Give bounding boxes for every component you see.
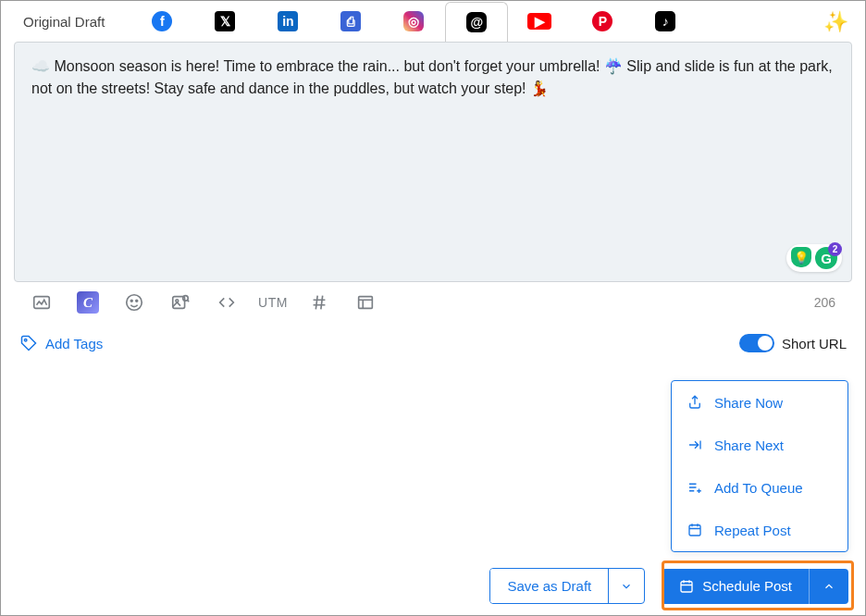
x-icon: 𝕏 xyxy=(215,11,235,31)
ai-sparkle-icon[interactable]: ✨ xyxy=(823,10,848,34)
grammarly-lamp-icon: 💡 xyxy=(791,247,811,267)
post-editor[interactable]: ☁️ Monsoon season is here! Time to embra… xyxy=(14,42,852,282)
threads-icon: @ xyxy=(466,12,487,32)
grammarly-icon: G 2 xyxy=(815,247,837,269)
menu-label: Repeat Post xyxy=(714,523,791,538)
short-url-label: Short URL xyxy=(782,336,847,351)
tiktok-icon: ♪ xyxy=(655,11,675,31)
pinterest-icon: P xyxy=(592,11,612,31)
grammarly-count: 2 xyxy=(828,242,842,256)
chevron-down-icon xyxy=(620,580,633,593)
add-tags-button[interactable]: Add Tags xyxy=(19,334,103,352)
platform-tabs: f 𝕏 in ⎙ ◎ @ ▶ P ♪ xyxy=(130,1,697,42)
platform-tab-row: Original Draft f 𝕏 in ⎙ ◎ @ ▶ P ♪ ✨ xyxy=(1,1,865,42)
schedule-dropdown-toggle[interactable] xyxy=(809,569,848,604)
tags-row: Add Tags Short URL xyxy=(1,321,865,365)
schedule-dropdown-menu: Share Now Share Next Add To Queue Repeat… xyxy=(671,380,848,552)
tag-icon xyxy=(19,334,38,352)
grammarly-badge[interactable]: 💡 G 2 xyxy=(786,244,842,272)
schedule-group: Schedule Post xyxy=(662,569,848,604)
arrow-right-stop-icon xyxy=(687,437,703,453)
short-url-toggle-group: Short URL xyxy=(739,334,847,352)
tab-facebook[interactable]: f xyxy=(130,1,193,42)
svg-point-8 xyxy=(24,339,27,341)
tab-gmb[interactable]: ⎙ xyxy=(319,1,382,42)
save-draft-group: Save as Draft xyxy=(489,568,645,604)
hashtag-icon[interactable] xyxy=(308,291,330,314)
tab-youtube[interactable]: ▶ xyxy=(508,1,571,42)
tab-pinterest[interactable]: P xyxy=(571,1,634,42)
svg-rect-0 xyxy=(34,297,50,309)
save-draft-dropdown[interactable] xyxy=(608,569,644,603)
menu-share-next[interactable]: Share Next xyxy=(672,424,847,466)
editor-wrap: ☁️ Monsoon season is here! Time to embra… xyxy=(14,42,852,321)
share-icon xyxy=(687,394,703,411)
svg-rect-9 xyxy=(689,525,700,536)
post-text[interactable]: ☁️ Monsoon season is here! Time to embra… xyxy=(15,43,851,111)
canva-icon[interactable]: C xyxy=(77,291,99,314)
tab-tiktok[interactable]: ♪ xyxy=(634,1,697,42)
emoji-icon[interactable] xyxy=(123,291,145,314)
instagram-icon: ◎ xyxy=(403,11,424,31)
svg-rect-10 xyxy=(681,581,692,591)
schedule-post-button[interactable]: Schedule Post xyxy=(662,569,809,604)
menu-label: Add To Queue xyxy=(714,480,803,496)
bottom-action-bar: Save as Draft Schedule Post xyxy=(489,568,848,604)
tab-linkedin[interactable]: in xyxy=(256,1,319,42)
menu-add-queue[interactable]: Add To Queue xyxy=(672,466,847,509)
char-count: 206 xyxy=(814,295,835,310)
tab-instagram[interactable]: ◎ xyxy=(382,1,445,42)
tab-threads[interactable]: @ xyxy=(445,2,508,43)
svg-point-3 xyxy=(136,300,138,302)
menu-repeat-post[interactable]: Repeat Post xyxy=(672,509,847,551)
calendar-icon xyxy=(678,578,695,595)
calendar-repeat-icon xyxy=(687,522,703,538)
linkedin-icon: in xyxy=(278,11,298,31)
list-plus-icon xyxy=(687,479,703,496)
svg-rect-7 xyxy=(359,297,373,309)
menu-label: Share Now xyxy=(714,395,783,411)
image-search-icon[interactable] xyxy=(169,291,192,314)
svg-point-1 xyxy=(127,295,142,311)
code-icon[interactable] xyxy=(216,291,238,314)
composer-frame: Original Draft f 𝕏 in ⎙ ◎ @ ▶ P ♪ ✨ ☁️ M… xyxy=(0,0,866,616)
short-url-toggle[interactable] xyxy=(739,334,774,352)
svg-point-2 xyxy=(130,300,132,302)
template-icon[interactable] xyxy=(354,291,377,314)
utm-button[interactable]: UTM xyxy=(262,291,284,314)
youtube-icon: ▶ xyxy=(527,13,551,30)
tab-x[interactable]: 𝕏 xyxy=(193,1,256,42)
original-draft-tab[interactable]: Original Draft xyxy=(23,14,105,30)
save-draft-button[interactable]: Save as Draft xyxy=(490,569,608,603)
menu-label: Share Next xyxy=(714,437,784,453)
chevron-up-icon xyxy=(823,580,835,593)
menu-share-now[interactable]: Share Now xyxy=(672,381,847,424)
gmb-icon: ⎙ xyxy=(340,11,361,31)
schedule-label: Schedule Post xyxy=(702,578,792,594)
media-stats-icon[interactable] xyxy=(31,291,53,314)
facebook-icon: f xyxy=(152,11,172,31)
editor-toolbar: C UTM 206 xyxy=(14,282,852,321)
add-tags-label: Add Tags xyxy=(45,336,103,351)
